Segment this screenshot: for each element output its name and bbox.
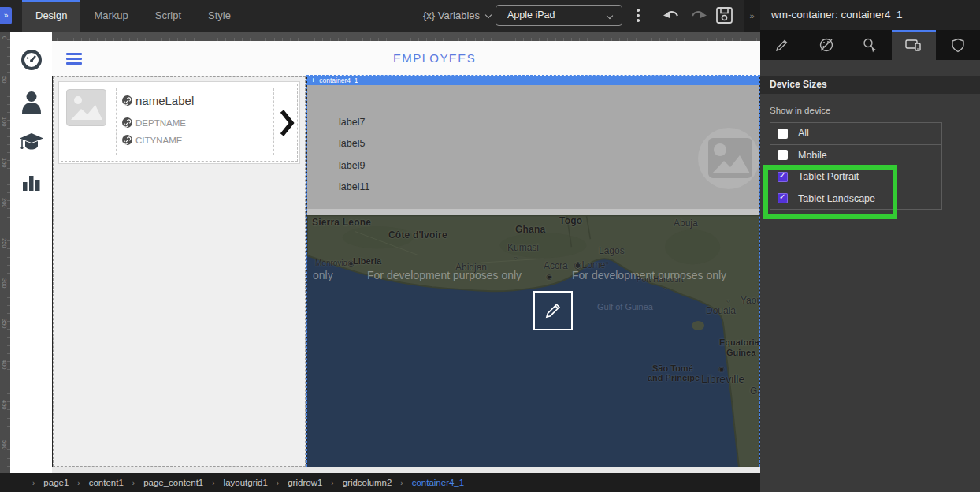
undo-icon[interactable] [663,8,681,27]
list-item-card[interactable]: nameLabel DEPTNAME CITYNAME [58,81,300,164]
selected-widget-title: wm-container: container4_1 [760,0,980,30]
selection-handle-bar[interactable]: +container4_1 [307,76,759,85]
breadcrumb-separator: › [77,479,80,487]
container-body[interactable]: label7label5label9label11 [307,85,759,209]
map-label: Côte d'Ivoire [388,229,447,240]
bind-link-icon [122,135,132,145]
device-option-row[interactable]: Mobile [770,145,941,167]
map-label: For development purposes only [367,269,522,281]
map-label: Accra [544,260,568,271]
breadcrumb-separator: › [400,479,403,487]
device-option-row[interactable]: Tablet Landscape [770,188,941,211]
grid-column-list[interactable]: nameLabel DEPTNAME CITYNAME [53,76,306,467]
device-sizes-heading: Device Sizes [760,76,980,94]
breadcrumb-item[interactable]: › page1 [24,478,69,487]
chart-icon[interactable] [21,172,42,196]
ruler-tick: 100 [1,117,8,157]
map-label: and Príncipe [648,373,700,382]
ruler-tick: 350 [1,319,8,359]
map-label: Ga [750,386,759,397]
map-label: Liberia [353,256,381,266]
inspect-magnifier-tab[interactable] [848,30,893,60]
pencil-icon [544,301,562,320]
device-select[interactable]: Apple iPad [496,5,622,26]
checkbox[interactable] [778,129,788,139]
devices-tab[interactable] [892,30,936,60]
ruler-tick: 50 [1,76,8,117]
map-label: ◉ [718,365,725,373]
page-nav-rail [10,32,52,473]
ruler-tick: 0 [1,36,8,76]
top-toolbar: » DesignMarkupScriptStyle {x} Variables … [0,0,760,32]
label-widget[interactable]: label5 [339,138,369,159]
education-icon[interactable] [19,131,44,156]
checkbox[interactable] [778,193,788,203]
styles-palette-tab[interactable] [804,30,848,60]
mode-tab[interactable]: Markup [80,0,141,32]
bind-link-icon [122,117,132,128]
mode-tab[interactable]: Script [142,0,195,32]
mode-tab[interactable]: Design [22,0,80,32]
security-shield-tab[interactable] [936,30,980,60]
ruler-tick: 450 [1,400,8,440]
user-icon[interactable] [20,90,43,117]
map-label: Sierra Leone [312,217,371,228]
show-in-device-label: Show in device [770,106,980,115]
properties-tabs [760,30,980,60]
dashboard-icon[interactable] [20,49,43,74]
properties-panel: wm-container: container4_1 Device Sizes … [760,0,980,492]
map-widget[interactable]: Sierra LeoneCôte d'IvoireGhanaTogoAbujaK… [307,215,759,468]
device-option-row[interactable]: Tablet Portrait [770,166,941,188]
kebab-menu-icon[interactable] [637,9,640,24]
breadcrumb-item[interactable]: › container4_1 [392,478,464,487]
image-placeholder-icon [66,89,106,126]
ruler-tick: 250 [1,238,8,278]
map-label: Guinea [726,348,755,357]
breadcrumb-item[interactable]: › layoutgrid1 [203,478,268,487]
map-labels: Sierra LeoneCôte d'IvoireGhanaTogoAbujaK… [307,215,759,468]
map-label: Monrovia◉ [315,259,355,267]
map-label: only [313,269,333,281]
checkbox[interactable] [778,172,788,182]
page-title: EMPLOYEES [52,51,760,65]
breadcrumb-item[interactable]: › gridrow1 [268,478,322,487]
map-label: Equatoria [719,337,759,347]
panel-expand-button[interactable]: » [0,7,12,24]
label-widget[interactable]: label7 [339,117,369,138]
map-edit-button[interactable] [533,291,573,330]
label-widget[interactable]: label9 [339,160,369,181]
breadcrumb-item[interactable]: › gridcolumn2 [322,478,392,487]
selected-container[interactable]: +container4_1 label7label5label9label11 [306,75,760,467]
mode-tab[interactable]: Style [195,0,244,32]
device-options-list: All Mobile Tablet Portrait Tablet Landsc… [770,122,942,210]
chevron-down-icon [607,13,613,19]
container-gap [307,209,759,215]
markup-pencil-tab[interactable] [760,30,804,60]
checkbox[interactable] [778,150,788,160]
breadcrumb-item[interactable]: › page_content1 [124,478,203,487]
bound-field-dept: DEPTNAME [122,117,186,128]
map-label: Libreville [701,373,744,386]
redo-icon[interactable] [689,8,707,27]
device-option-row[interactable]: All [770,123,941,145]
mode-tabs: DesignMarkupScriptStyle [22,0,244,32]
save-icon[interactable] [715,6,733,28]
bind-link-icon [122,95,132,106]
horizontal-ruler [49,32,760,41]
chevron-right-icon [280,109,295,140]
variables-menu[interactable]: {x} Variables [423,0,491,32]
map-label: Ghana [515,224,545,235]
cell-divider [116,88,117,155]
breadcrumb-separator: › [212,479,214,487]
map-label: Douala [706,305,736,316]
label-widget[interactable]: label11 [339,181,369,203]
picture-placeholder-icon[interactable] [698,128,759,189]
canvas-footer-strip [52,467,760,473]
panel-collapse-button[interactable]: » [744,0,760,32]
page-header: EMPLOYEES [52,41,760,76]
studio-app: » DesignMarkupScriptStyle {x} Variables … [0,0,980,492]
breadcrumb-item[interactable]: › content1 [69,478,123,487]
chevron-down-icon [485,12,492,18]
map-label: Port Harcourt [637,275,683,284]
map-label: Yaou [741,295,759,306]
